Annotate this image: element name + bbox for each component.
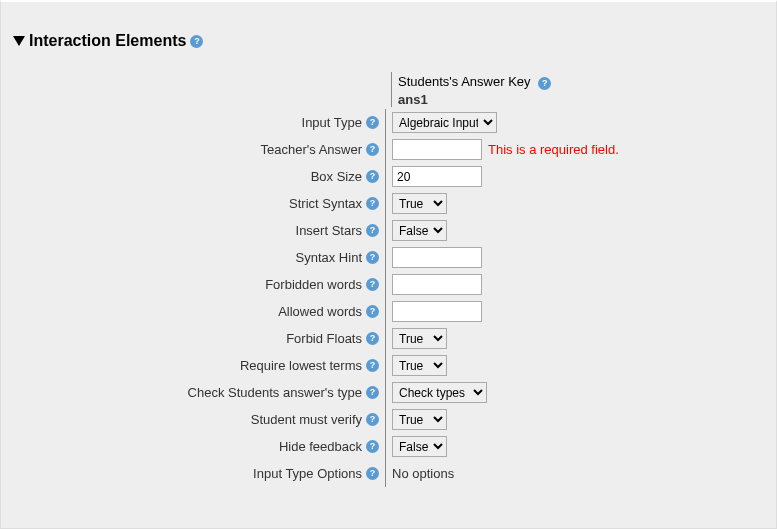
allowed-words-input[interactable] [392,301,482,322]
must-verify-select[interactable]: True [392,409,447,430]
answer-key-header: Students's Answer Key ? ans1 [391,72,776,107]
label-insert-stars: Insert Stars [296,223,362,238]
input-type-select[interactable]: Algebraic Input [392,112,497,133]
form-area: Students's Answer Key ? ans1 Input Type … [1,72,776,487]
help-icon[interactable]: ? [366,332,379,345]
label-input-type: Input Type [302,115,362,130]
row-strict-syntax: Strict Syntax ? True [1,190,776,217]
row-check-type: Check Students answer's type ? Check typ… [1,379,776,406]
row-insert-stars: Insert Stars ? False [1,217,776,244]
label-allowed-words: Allowed words [278,304,362,319]
row-must-verify: Student must verify ? True [1,406,776,433]
box-size-input[interactable] [392,166,482,187]
label-require-lowest: Require lowest terms [240,358,362,373]
collapse-toggle-icon[interactable] [13,36,25,46]
help-icon[interactable]: ? [366,224,379,237]
section-title: Interaction Elements [29,32,186,50]
help-icon[interactable]: ? [366,440,379,453]
help-icon[interactable]: ? [366,413,379,426]
help-icon[interactable]: ? [366,170,379,183]
help-icon[interactable]: ? [366,467,379,480]
label-teachers-answer: Teacher's Answer [261,142,362,157]
answer-key-name: ans1 [398,92,776,107]
label-forbid-floats: Forbid Floats [286,331,362,346]
row-hide-feedback: Hide feedback ? False [1,433,776,460]
row-require-lowest: Require lowest terms ? True [1,352,776,379]
row-input-type: Input Type ? Algebraic Input [1,109,776,136]
answer-key-label: Students's Answer Key [398,74,531,89]
help-icon[interactable]: ? [366,359,379,372]
syntax-hint-input[interactable] [392,247,482,268]
label-check-type: Check Students answer's type [188,385,362,400]
help-icon[interactable]: ? [366,197,379,210]
hide-feedback-select[interactable]: False [392,436,447,457]
teachers-answer-input[interactable] [392,139,482,160]
row-box-size: Box Size ? [1,163,776,190]
row-allowed-words: Allowed words ? [1,298,776,325]
label-must-verify: Student must verify [251,412,362,427]
help-icon[interactable]: ? [366,251,379,264]
row-input-type-options: Input Type Options ? No options [1,460,776,487]
interaction-elements-panel: Interaction Elements ? Students's Answer… [0,0,777,529]
label-box-size: Box Size [311,169,362,184]
help-icon[interactable]: ? [366,305,379,318]
help-icon[interactable]: ? [538,77,551,90]
label-strict-syntax: Strict Syntax [289,196,362,211]
forbid-floats-select[interactable]: True [392,328,447,349]
error-teachers-answer: This is a required field. [488,142,619,157]
row-teachers-answer: Teacher's Answer ? This is a required fi… [1,136,776,163]
help-icon[interactable]: ? [366,116,379,129]
require-lowest-select[interactable]: True [392,355,447,376]
help-icon[interactable]: ? [366,386,379,399]
help-icon[interactable]: ? [366,278,379,291]
label-syntax-hint: Syntax Hint [296,250,362,265]
insert-stars-select[interactable]: False [392,220,447,241]
forbidden-words-input[interactable] [392,274,482,295]
row-forbidden-words: Forbidden words ? [1,271,776,298]
help-icon[interactable]: ? [190,35,203,48]
row-syntax-hint: Syntax Hint ? [1,244,776,271]
section-header[interactable]: Interaction Elements ? [13,32,203,50]
help-icon[interactable]: ? [366,143,379,156]
check-type-select[interactable]: Check types [392,382,487,403]
label-hide-feedback: Hide feedback [279,439,362,454]
label-input-type-options: Input Type Options [253,466,362,481]
label-forbidden-words: Forbidden words [265,277,362,292]
strict-syntax-select[interactable]: True [392,193,447,214]
row-forbid-floats: Forbid Floats ? True [1,325,776,352]
input-type-options-value: No options [392,466,454,481]
